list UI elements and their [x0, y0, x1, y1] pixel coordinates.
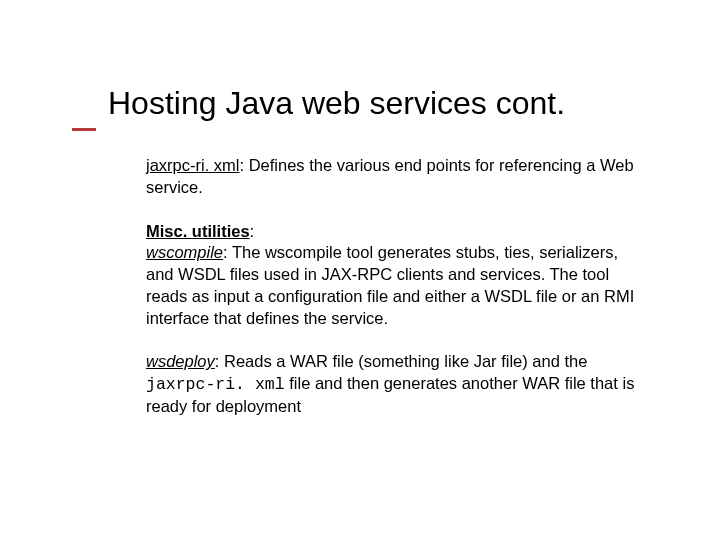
slide: Hosting Java web services cont. jaxrpc-r…: [0, 0, 720, 540]
paragraph-jaxrpc: jaxrpc-ri. xml: Defines the various end …: [146, 155, 646, 199]
term-wsdeploy: wsdeploy: [146, 352, 215, 370]
subheading-misc-utilities: Misc. utilities: [146, 222, 250, 240]
term-wscompile: wscompile: [146, 243, 223, 261]
slide-body: jaxrpc-ri. xml: Defines the various end …: [146, 155, 646, 440]
slide-title: Hosting Java web services cont.: [108, 85, 565, 122]
paragraph-utilities: Misc. utilities: wscompile: The wscompil…: [146, 221, 646, 330]
text: : Reads a WAR file (something like Jar f…: [215, 352, 588, 370]
code-jaxrpc-ri-xml: jaxrpc-ri. xml: [146, 375, 285, 394]
term-jaxrpc-ri-xml: jaxrpc-ri. xml: [146, 156, 240, 174]
accent-bar: [72, 128, 96, 131]
paragraph-wsdeploy: wsdeploy: Reads a WAR file (something li…: [146, 351, 646, 417]
text: :: [250, 222, 255, 240]
